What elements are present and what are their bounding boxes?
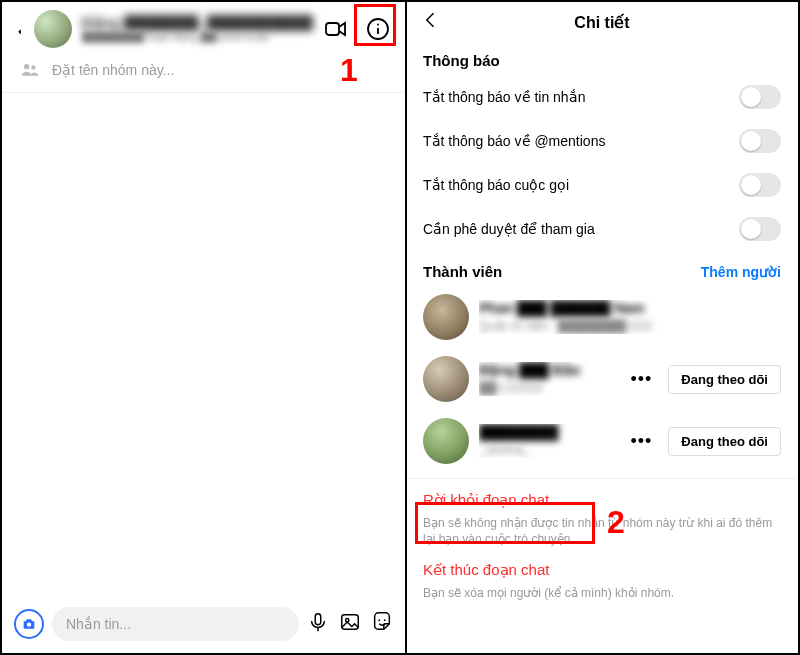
end-chat-button[interactable]: Kết thúc đoạn chat [407, 557, 797, 583]
svg-point-4 [24, 64, 29, 69]
mic-icon[interactable] [307, 611, 329, 637]
switch-off[interactable] [739, 173, 781, 197]
leave-chat-button[interactable]: Rời khỏi đoạn chat [407, 479, 797, 513]
svg-rect-9 [342, 615, 359, 630]
member-row[interactable]: Phan ███ ██████ Nam Quản trị viên · ████… [407, 286, 797, 348]
toggle-mute-calls[interactable]: Tắt thông báo cuộc gọi [407, 163, 797, 207]
members-title: Thành viên [423, 263, 502, 280]
toggle-approve-join[interactable]: Cần phê duyệt để tham gia [407, 207, 797, 251]
callout-number-1: 1 [340, 52, 358, 89]
chat-title-block[interactable]: Đặng ███████, ██████████ ████████ hoạt đ… [82, 15, 313, 44]
details-title: Chi tiết [574, 13, 629, 32]
back-icon[interactable] [16, 16, 24, 42]
svg-rect-0 [326, 23, 339, 35]
callout-number-2: 2 [607, 504, 625, 541]
avatar [423, 356, 469, 402]
chat-header: Đặng ███████, ██████████ ████████ hoạt đ… [2, 2, 405, 50]
toggle-mute-mentions[interactable]: Tắt thông báo về @mentions [407, 119, 797, 163]
info-icon[interactable] [365, 16, 391, 42]
group-name-placeholder: Đặt tên nhóm này... [52, 62, 174, 78]
add-member-button[interactable]: Thêm người [701, 264, 781, 280]
member-row[interactable]: Đặng ███ Bảo ██1132010 ••• Đang theo dõi [407, 348, 797, 410]
avatar [423, 418, 469, 464]
composer: Nhắn tin... [2, 601, 405, 647]
group-icon [20, 60, 40, 80]
members-header: Thành viên Thêm người [407, 251, 797, 286]
sticker-icon[interactable] [371, 611, 393, 637]
end-chat-hint: Bạn sẽ xóa mọi người (kể cả mình) khỏi n… [407, 583, 797, 611]
camera-button[interactable] [14, 609, 44, 639]
back-icon[interactable] [421, 10, 441, 36]
chat-avatar[interactable] [34, 10, 72, 48]
avatar [423, 294, 469, 340]
chat-subtitle: ████████ hoạt động ██ phút trước [82, 31, 313, 43]
more-icon[interactable]: ••• [624, 431, 658, 452]
more-icon[interactable]: ••• [624, 369, 658, 390]
chat-screen: Đặng ███████, ██████████ ████████ hoạt đ… [2, 2, 407, 653]
details-header: Chi tiết [407, 2, 797, 42]
details-screen: Chi tiết Thông báo Tắt thông báo về tin … [407, 2, 797, 653]
switch-off[interactable] [739, 129, 781, 153]
switch-off[interactable] [739, 217, 781, 241]
video-call-icon[interactable] [323, 16, 349, 42]
svg-rect-7 [315, 614, 321, 625]
member-row[interactable]: ████████ _olishna_ ••• Đang theo dõi [407, 410, 797, 472]
follow-button[interactable]: Đang theo dõi [668, 365, 781, 394]
message-input[interactable]: Nhắn tin... [52, 607, 299, 641]
image-icon[interactable] [339, 611, 361, 637]
chat-title: Đặng ███████, ██████████ [82, 15, 313, 32]
notifications-title: Thông báo [407, 42, 797, 75]
svg-point-6 [27, 623, 31, 627]
svg-point-3 [377, 24, 379, 26]
svg-point-12 [384, 619, 386, 621]
toggle-mute-messages[interactable]: Tắt thông báo về tin nhắn [407, 75, 797, 119]
switch-off[interactable] [739, 85, 781, 109]
svg-point-5 [31, 65, 35, 69]
follow-button[interactable]: Đang theo dõi [668, 427, 781, 456]
svg-point-11 [378, 619, 380, 621]
leave-chat-hint: Bạn sẽ không nhận được tin nhắn từ nhóm … [407, 513, 797, 557]
